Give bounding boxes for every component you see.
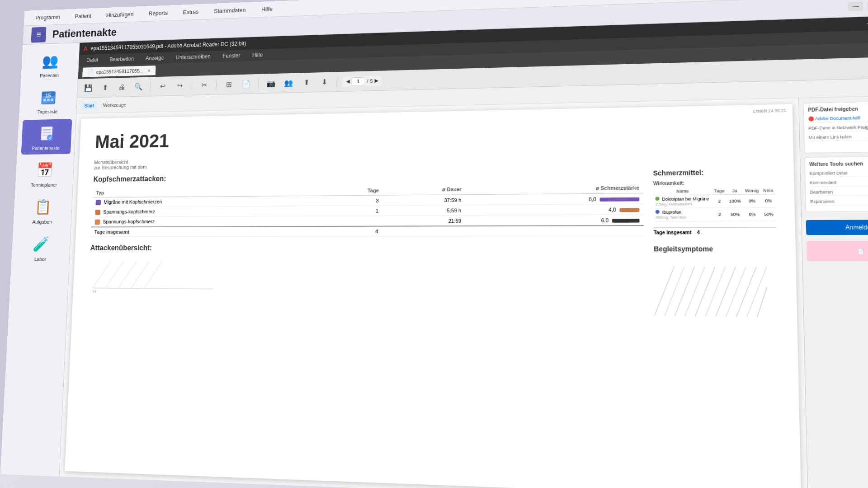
attacken-section-title: Attackenübersicht: xyxy=(90,244,644,253)
menu-item-extras[interactable]: Extras xyxy=(179,7,202,18)
wth-wenig: Wenig xyxy=(743,187,761,194)
labor-icon: 🧪 xyxy=(30,233,51,254)
svg-line-19 xyxy=(654,267,675,316)
sidebar-item-tagesliste[interactable]: 15 Tagesliste xyxy=(23,83,73,118)
row1-color xyxy=(95,200,101,205)
sidebar-item-labor[interactable]: 🧪 Labor xyxy=(15,230,66,265)
pdf-tab-icon: 📄 xyxy=(87,69,94,75)
sidebar-item-aufgaben[interactable]: 📋 Aufgaben xyxy=(17,192,69,228)
begleit-title: Begleitsymptome xyxy=(654,245,777,253)
wirk2-tage: 2 xyxy=(712,208,727,221)
acrobat-pdf-icon: A xyxy=(84,45,88,52)
wth-nein: Nein xyxy=(761,187,775,194)
row3-bar xyxy=(612,219,640,223)
acrobat-tab-pdf[interactable]: 📄 epa15513459117055... × xyxy=(82,66,156,77)
toolbar-undo-btn[interactable]: ↩ xyxy=(156,79,170,94)
menu-item-hilfe[interactable]: Hilfe xyxy=(258,4,276,14)
begleit-graph xyxy=(654,257,768,317)
wirk-total: Tage insgesamt 4 xyxy=(654,227,777,235)
toolbar-print-btn[interactable]: 🖨 xyxy=(115,80,129,94)
svg-line-27 xyxy=(736,267,757,317)
wirksamkeit-table: Name Tage Ja Wenig Nein xyxy=(653,187,776,221)
toolbar-upload-btn[interactable]: ⬆ xyxy=(98,80,112,95)
row3-type: Spannungs-kopfschmerz xyxy=(103,219,155,224)
toolbar-down-btn[interactable]: ⬇ xyxy=(317,75,331,89)
anmelden-button[interactable]: Anmelden xyxy=(806,220,868,235)
toolbar-sep-3 xyxy=(216,80,217,90)
subtoolbar-werkzeuge[interactable]: Werkzeuge xyxy=(99,100,130,109)
toolbar-cut-btn[interactable]: ✂ xyxy=(197,78,212,92)
row1-tage: 3 xyxy=(325,195,382,206)
row3-tage xyxy=(324,216,382,227)
schmerzmittel-section: Schmerzmittel: Wirksamkeit: Name Tage Ja xyxy=(653,168,778,319)
minimize-icon[interactable]: — xyxy=(848,1,863,11)
tools-item-4[interactable]: Exportieren xyxy=(810,197,868,206)
share-item-1[interactable]: 🔴 Adobe Document-Mill xyxy=(808,114,868,123)
tage-insgesamt-row: Tage insgesamt 4 xyxy=(91,225,644,237)
toolbar-search-btn[interactable]: 🔍 xyxy=(132,80,146,94)
acrobat-menu-anzeige[interactable]: Anzeige xyxy=(142,53,167,63)
panel-expand-arrow[interactable]: › xyxy=(809,142,868,149)
row2-dauer: 5:59 h xyxy=(382,205,465,216)
pdf-tab-close[interactable]: × xyxy=(147,68,150,73)
share-item-2[interactable]: PDF-Datei in Netzwerk Freigabe xyxy=(808,123,868,132)
attacken-graph: 24 xyxy=(88,257,219,294)
tools-item-2[interactable]: Kommentiert xyxy=(810,178,868,187)
acrobat-menu-bearbeiten[interactable]: Bearbeiten xyxy=(106,54,137,64)
pdf-tab-label: epa15513459117055... xyxy=(96,68,143,75)
menu-item-programm[interactable]: Programm xyxy=(32,12,64,23)
acrobat-minimize[interactable]: — xyxy=(863,20,868,27)
toolbar-redo-btn[interactable]: ↪ xyxy=(173,79,187,93)
svg-line-20 xyxy=(664,267,685,316)
thumbnail-area: 📄 xyxy=(807,241,868,261)
row2-type: Spannungs-kopfschmerz xyxy=(103,209,155,214)
page-total: 5 xyxy=(370,78,373,84)
svg-line-25 xyxy=(715,267,736,317)
next-page-btn[interactable]: ▶ xyxy=(375,78,378,84)
menu-item-reports[interactable]: Reports xyxy=(145,8,171,19)
subtoolbar-start[interactable]: Start xyxy=(81,101,98,109)
prev-page-btn[interactable]: ◀ xyxy=(346,78,349,84)
toolbar-grid-btn[interactable]: ⊞ xyxy=(222,77,236,92)
acrobat-menu-hilfe[interactable]: Hilfe xyxy=(249,50,266,60)
toolbar-doc-btn[interactable]: 📄 xyxy=(239,77,253,91)
wirk1-nein: 0% xyxy=(761,194,776,208)
col-tage: Tage xyxy=(325,185,382,196)
wirk2-sub: 400mg, Tabletten xyxy=(656,215,686,220)
acrobat-menu-fenster[interactable]: Fenster xyxy=(219,51,244,61)
menu-item-patient[interactable]: Patient xyxy=(71,11,95,22)
svg-text:24: 24 xyxy=(93,290,97,294)
toolbar-sep-4 xyxy=(258,78,259,89)
svg-line-12 xyxy=(93,288,213,289)
acrobat-menu-datei[interactable]: Datei xyxy=(83,55,101,65)
attacks-section: Kopfschmerzattacken: Typ Tage ⌀ Dauer ⌀ xyxy=(87,169,644,318)
sidebar-item-patienten[interactable]: 👥 Patienten xyxy=(25,47,75,82)
pdf-page: Erstellt 24.06.21 Mai 2021 Monatsübersic… xyxy=(65,104,801,488)
menu-item-stammdaten[interactable]: Stammdaten xyxy=(210,5,249,16)
attacks-table: Typ Tage ⌀ Dauer ⌀ Schmerzstärke xyxy=(91,183,644,237)
wth-tage: Tage xyxy=(712,188,727,195)
tools-item-1[interactable]: Komprimiert Datei xyxy=(809,169,868,178)
svg-rect-5 xyxy=(51,99,53,101)
toolbar-people-btn[interactable]: 👥 xyxy=(281,75,296,90)
title-bar-actions: — ▭ ✕ xyxy=(848,0,868,11)
svg-text:15: 15 xyxy=(45,93,51,99)
sidebar-item-terminplaner[interactable]: 📅 Terminplaner xyxy=(19,155,70,191)
share-item-3[interactable]: Mit einem Link teilen xyxy=(809,132,868,141)
wirk2-indicator xyxy=(656,210,660,214)
menu-item-hinzufuegen[interactable]: Hinzufügen xyxy=(103,9,137,20)
table-row: Spannungs-kopfschmerz 21:59 6,0 xyxy=(91,215,644,227)
tools-item-3[interactable]: Bearbeiten xyxy=(810,188,868,196)
patienten-icon: 👥 xyxy=(40,50,61,71)
right-panel-share: PDF-Datei freigeben 🔴 Adobe Document-Mil… xyxy=(803,101,868,153)
toolbar-up-btn[interactable]: ⬆ xyxy=(299,75,313,90)
row3-staerke: 6,0 xyxy=(601,217,609,223)
toolbar-camera-btn[interactable]: 📷 xyxy=(264,76,278,90)
acrobat-menu-unterschreiben[interactable]: Unterschreiben xyxy=(172,52,214,62)
sidebar-item-patientenakte[interactable]: ✓ Patientenakte xyxy=(21,119,72,155)
acrobat-right-panel: PDF-Datei freigeben 🔴 Adobe Document-Mil… xyxy=(798,96,868,488)
page-input[interactable]: 1 xyxy=(351,77,365,85)
toolbar-save-btn[interactable]: 💾 xyxy=(81,81,95,95)
svg-line-26 xyxy=(725,267,747,317)
svg-line-21 xyxy=(674,267,695,316)
